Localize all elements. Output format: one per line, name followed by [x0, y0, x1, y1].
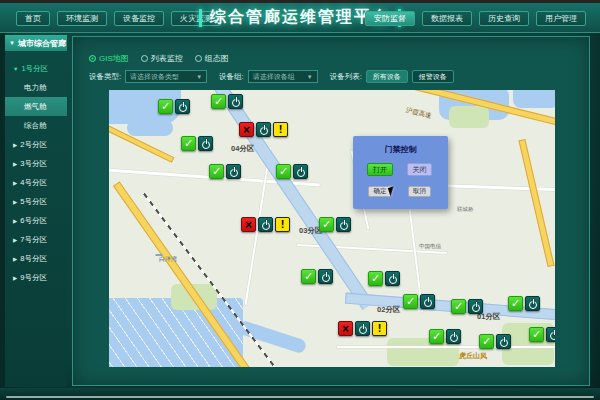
tree-arrow-icon: ▶ [13, 256, 17, 262]
device-marker[interactable]: ✓ [529, 327, 555, 342]
device-marker[interactable]: ✓ [508, 296, 540, 311]
device-marker[interactable]: ✓ [301, 269, 333, 284]
device-group-value: 请选择设备组 [253, 72, 295, 82]
nav-button-label: 历史查询 [488, 14, 520, 23]
power-icon[interactable] [226, 164, 241, 179]
device-marker[interactable]: ✓ [181, 136, 213, 151]
device-marker[interactable]: ✓ [158, 99, 190, 114]
power-icon[interactable] [228, 94, 243, 109]
power-icon[interactable] [318, 269, 333, 284]
sidebar-tree: ▼ 1号分区 电力舱 燃气舱 综合舱 [5, 59, 67, 287]
device-type-select[interactable]: 请选择设备类型 ▼ [125, 70, 207, 83]
sidebar-tree-item[interactable]: ▶ 9号分区 [5, 268, 67, 287]
street [439, 184, 555, 191]
sidebar-tree-item[interactable]: 燃气舱 [5, 97, 67, 116]
power-icon[interactable] [525, 296, 540, 311]
device-marker[interactable]: × ! [338, 321, 387, 336]
tree-arrow-icon: ▶ [13, 142, 17, 148]
power-icon[interactable] [496, 334, 511, 349]
app-window: 首页 环境监测 设备监控 火灾监测 综合管廊运维管理平台 安防监督 数据报表 历… [0, 0, 600, 400]
device-marker[interactable]: ✓ [451, 299, 483, 314]
power-icon[interactable] [198, 136, 213, 151]
view-mode-radio[interactable]: 列表监控 [141, 53, 183, 64]
warning-icon: ! [372, 321, 387, 336]
sidebar-tree-item[interactable]: ▼ 1号分区 [5, 59, 67, 78]
warning-icon: ! [273, 122, 288, 137]
device-group-select[interactable]: 请选择设备组 ▼ [248, 70, 318, 83]
device-marker[interactable]: ✓ [403, 294, 435, 309]
radio-icon [141, 55, 148, 62]
device-marker[interactable]: × ! [241, 217, 290, 232]
sidebar-tree-item[interactable]: ▶ 7号分区 [5, 230, 67, 249]
sidebar-tree-item[interactable]: ▶ 4号分区 [5, 173, 67, 192]
status-check-icon: ✓ [529, 327, 544, 342]
device-marker[interactable]: ✓ [209, 164, 241, 179]
chevron-down-icon: ▼ [196, 74, 202, 80]
sidebar-tree-item[interactable]: ▶ 8号分区 [5, 249, 67, 268]
power-icon[interactable] [293, 164, 308, 179]
nav-button[interactable]: 历史查询 [479, 11, 529, 26]
nav-button[interactable]: 设备监控 [114, 11, 164, 26]
status-check-icon: × [239, 122, 254, 137]
tree-item-label: 2号分区 [20, 140, 47, 150]
sidebar: ▼ 城市综合管廊 ▼ 1号分区 电力舱 燃气舱 [5, 35, 67, 387]
view-mode-label: 组态图 [205, 53, 229, 64]
water-area [513, 90, 555, 108]
device-marker[interactable]: ✓ [479, 334, 511, 349]
nav-button-label: 用户管理 [545, 14, 577, 23]
view-mode-radio[interactable]: 组态图 [195, 53, 229, 64]
status-check-icon: ✓ [181, 136, 196, 151]
radio-icon [195, 55, 202, 62]
status-check-icon: ✓ [451, 299, 466, 314]
tree-item-label: 4号分区 [20, 178, 47, 188]
tree-arrow-icon: ▼ [13, 66, 18, 72]
nav-right-group: 安防监督 数据报表 历史查询 用户管理 [365, 11, 586, 26]
door-close-button[interactable]: 关闭 [407, 163, 432, 176]
nav-button[interactable]: 首页 [16, 11, 50, 26]
sidebar-tree-item[interactable]: 综合舱 [5, 116, 67, 135]
sidebar-tree-item[interactable]: 电力舱 [5, 78, 67, 97]
tree-arrow-icon: ▶ [13, 199, 17, 205]
tree-item-label: 1号分区 [21, 64, 48, 74]
door-control-dialog: 门禁控制 打开 关闭 确定 取消 [353, 136, 448, 209]
device-type-label: 设备类型: [89, 72, 121, 82]
view-mode-radio[interactable]: GIS地图 [89, 53, 129, 64]
power-icon[interactable] [468, 299, 483, 314]
power-icon[interactable] [256, 122, 271, 137]
all-devices-button[interactable]: 所有设备 [366, 70, 408, 83]
power-icon[interactable] [336, 217, 351, 232]
power-icon[interactable] [385, 271, 400, 286]
sidebar-tree-item[interactable]: ▶ 3号分区 [5, 154, 67, 173]
tree-arrow-icon: ▶ [13, 218, 17, 224]
alarm-devices-button[interactable]: 报警设备 [412, 70, 454, 83]
status-check-icon: ✓ [158, 99, 173, 114]
device-marker[interactable]: ✓ [276, 164, 308, 179]
device-marker[interactable]: × ! [239, 122, 288, 137]
nav-button[interactable]: 用户管理 [536, 11, 586, 26]
power-icon[interactable] [175, 99, 190, 114]
device-marker[interactable]: ✓ [211, 94, 243, 109]
power-icon[interactable] [355, 321, 370, 336]
device-marker[interactable]: ✓ [319, 217, 351, 232]
nav-button-label: 安防监督 [374, 14, 406, 23]
park-area [449, 106, 489, 128]
cancel-button[interactable]: 取消 [408, 186, 431, 197]
tree-arrow-icon: ▶ [13, 161, 17, 167]
nav-button[interactable]: 环境监测 [57, 11, 107, 26]
nav-button[interactable]: 安防监督 [365, 11, 415, 26]
filter-bar: 设备类型: 请选择设备类型 ▼ 设备组: 请选择设备组 ▼ 设备列表: 所有设备… [89, 70, 454, 83]
dialog-title: 门禁控制 [353, 144, 448, 155]
device-marker[interactable]: ✓ [368, 271, 400, 286]
device-marker[interactable]: ✓ [429, 329, 461, 344]
door-open-button[interactable]: 打开 [367, 163, 393, 176]
sidebar-root-node[interactable]: ▼ 城市综合管廊 [5, 35, 67, 51]
sidebar-tree-item[interactable]: ▶ 5号分区 [5, 192, 67, 211]
power-icon[interactable] [420, 294, 435, 309]
power-icon[interactable] [546, 327, 555, 342]
power-icon[interactable] [446, 329, 461, 344]
power-icon[interactable] [258, 217, 273, 232]
nav-button[interactable]: 数据报表 [422, 11, 472, 26]
sidebar-tree-item[interactable]: ▶ 6号分区 [5, 211, 67, 230]
sidebar-tree-item[interactable]: ▶ 2号分区 [5, 135, 67, 154]
gis-map[interactable]: 04分区 03分区 02分区 01分区 沪霞高速 白洋湾 联城桥 中国电信 虎丘… [109, 90, 555, 367]
